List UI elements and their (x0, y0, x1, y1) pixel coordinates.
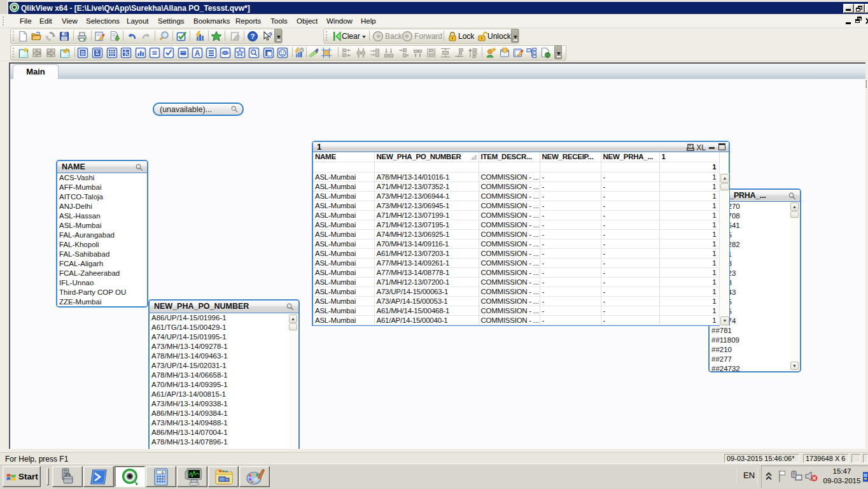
svg-text:A: A (195, 49, 200, 58)
svg-text:?: ? (250, 32, 255, 40)
svg-text:?: ? (268, 31, 272, 39)
svg-text:Σ: Σ (95, 50, 99, 56)
svg-text:0: 0 (162, 471, 164, 475)
svg-text:6: 6 (224, 50, 227, 55)
